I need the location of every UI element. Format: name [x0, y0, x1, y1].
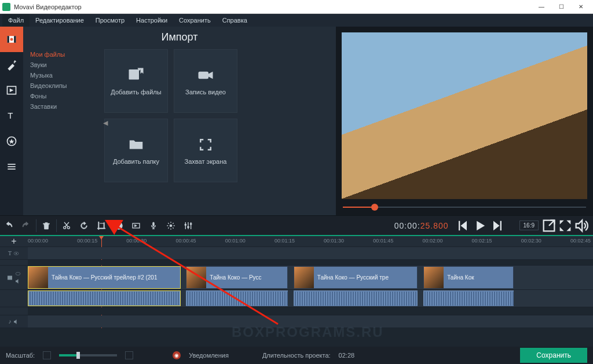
- clip-label: Тайна Кок: [444, 274, 477, 281]
- import-panel: Импорт Мои файлы Звуки Музыка Видеоклипы…: [23, 27, 336, 215]
- save-button[interactable]: Сохранить: [520, 348, 587, 363]
- svg-rect-29: [8, 275, 12, 280]
- next-button[interactable]: [489, 218, 506, 234]
- clip-label: Тайна Коко — Русс: [206, 274, 265, 281]
- scrubber-knob[interactable]: [371, 204, 378, 211]
- audio-track-head[interactable]: [0, 290, 28, 307]
- waveform: [28, 292, 180, 305]
- tile-add-files[interactable]: Добавить файлы: [104, 49, 168, 113]
- svg-marker-5: [10, 89, 14, 93]
- audio-clip[interactable]: [186, 291, 288, 306]
- preview-panel: ?: [336, 27, 593, 215]
- audio-clip[interactable]: [423, 291, 514, 306]
- sidebar-transitions[interactable]: [0, 78, 23, 103]
- collapse-categories-icon[interactable]: ◀: [103, 119, 108, 127]
- svg-marker-14: [208, 72, 213, 79]
- redo-button[interactable]: [17, 216, 35, 236]
- play-button[interactable]: [472, 218, 488, 234]
- clip-label: Тайна Коко — Русский трейлер #2 (201: [48, 274, 161, 281]
- video-clip[interactable]: Тайна Коко — Русс: [186, 266, 288, 289]
- tick: 00:00:00: [28, 236, 48, 244]
- equalizer-button[interactable]: [180, 216, 197, 236]
- close-button[interactable]: ✕: [571, 1, 591, 13]
- video-clip[interactable]: Тайна Кок: [423, 266, 514, 289]
- svg-point-30: [16, 273, 20, 275]
- cat-backgrounds[interactable]: Фоны: [23, 91, 104, 101]
- color-button[interactable]: [110, 216, 127, 236]
- transition-button[interactable]: [127, 216, 145, 236]
- tick: 00:01:30: [324, 236, 344, 244]
- video-clip[interactable]: Тайна Коко — Русский тре: [294, 266, 418, 289]
- title-track-head[interactable]: T: [0, 247, 28, 259]
- tick: 00:01:15: [274, 236, 295, 244]
- fullscreen-button[interactable]: [557, 218, 573, 234]
- folder-icon: [127, 136, 145, 153]
- zoom-knob[interactable]: [76, 352, 80, 359]
- crop-button[interactable]: [93, 216, 110, 236]
- properties-button[interactable]: [162, 216, 180, 236]
- minimize-button[interactable]: —: [532, 1, 551, 13]
- camera-icon: [197, 67, 214, 84]
- tile-add-folder[interactable]: Добавить папку: [104, 119, 168, 182]
- cat-sounds[interactable]: Звуки: [23, 60, 104, 70]
- svg-rect-9: [8, 164, 15, 165]
- cat-my-files[interactable]: Мои файлы: [23, 49, 104, 60]
- video-track-body[interactable]: Тайна Коко — Русский трейлер #2 (201Тайн…: [28, 266, 593, 289]
- volume-button[interactable]: [573, 218, 590, 234]
- statusbar: Масштаб: ◉ Уведомления Длительность прое…: [0, 347, 593, 364]
- sidebar-stickers[interactable]: [0, 128, 23, 154]
- notification-icon[interactable]: ◉: [173, 351, 181, 359]
- screen-icon: [197, 136, 214, 153]
- music-track-body[interactable]: [28, 315, 593, 328]
- toolbar: 00:00:25.800 16:9: [0, 215, 593, 235]
- zoom-mode-button[interactable]: [125, 351, 133, 359]
- prev-button[interactable]: [455, 218, 471, 234]
- preview-scrubber[interactable]: [343, 205, 586, 209]
- sidebar-effects[interactable]: [0, 52, 23, 78]
- menu-help[interactable]: Справка: [217, 14, 253, 27]
- undo-button[interactable]: [0, 216, 17, 236]
- audio-clip[interactable]: [294, 291, 418, 306]
- svg-point-3: [10, 38, 13, 41]
- menu-edit[interactable]: Редактирование: [30, 14, 90, 27]
- cat-music[interactable]: Музыка: [23, 70, 104, 80]
- notification-label[interactable]: Уведомления: [189, 352, 229, 359]
- tile-label: Добавить файлы: [111, 89, 161, 95]
- clip-thumbnail: [294, 267, 314, 288]
- scrubber-fill: [343, 207, 375, 208]
- tile-screen-capture[interactable]: Захват экрана: [174, 119, 237, 182]
- cut-button[interactable]: [58, 216, 75, 236]
- spacer-track-2: [0, 307, 593, 315]
- cat-intros[interactable]: Заставки: [23, 101, 104, 112]
- zoom-slider[interactable]: [59, 354, 117, 356]
- cat-videoclips[interactable]: Видеоклипы: [23, 80, 104, 91]
- tile-record-video[interactable]: Запись видео: [174, 49, 237, 113]
- audio-clip[interactable]: [28, 291, 181, 306]
- sidebar-titles[interactable]: T: [0, 103, 23, 128]
- aspect-ratio-button[interactable]: 16:9: [519, 220, 539, 230]
- music-track-head[interactable]: ♪: [0, 315, 28, 328]
- menu-view[interactable]: Просмотр: [90, 14, 130, 27]
- menu-file[interactable]: Файл: [2, 14, 30, 27]
- rotate-button[interactable]: [75, 216, 93, 236]
- delete-button[interactable]: [38, 216, 55, 236]
- add-track-button[interactable]: +: [0, 236, 28, 247]
- video-clip[interactable]: Тайна Коко — Русский трейлер #2 (201: [28, 266, 181, 289]
- preview-video[interactable]: [342, 32, 587, 199]
- popout-button[interactable]: [541, 218, 557, 234]
- maximize-button[interactable]: ☐: [551, 1, 571, 13]
- menu-save[interactable]: Сохранить: [173, 14, 217, 27]
- duration-label: Длительность проекта:: [262, 352, 331, 359]
- import-categories: Мои файлы Звуки Музыка Видеоклипы Фоны З…: [23, 47, 104, 215]
- svg-rect-23: [188, 226, 189, 227]
- sidebar-more[interactable]: [0, 154, 23, 179]
- sidebar-import[interactable]: [0, 27, 23, 52]
- svg-point-21: [170, 225, 172, 227]
- video-track-head[interactable]: [0, 266, 28, 289]
- audio-track-body[interactable]: [28, 290, 593, 307]
- ruler-track[interactable]: 00:00:0000:00:1500:00:3000:00:4500:01:00…: [28, 236, 593, 247]
- menu-settings[interactable]: Настройки: [130, 14, 173, 27]
- zoom-fit-button[interactable]: [43, 351, 51, 359]
- title-track-body[interactable]: [28, 247, 593, 259]
- voiceover-button[interactable]: [145, 216, 162, 236]
